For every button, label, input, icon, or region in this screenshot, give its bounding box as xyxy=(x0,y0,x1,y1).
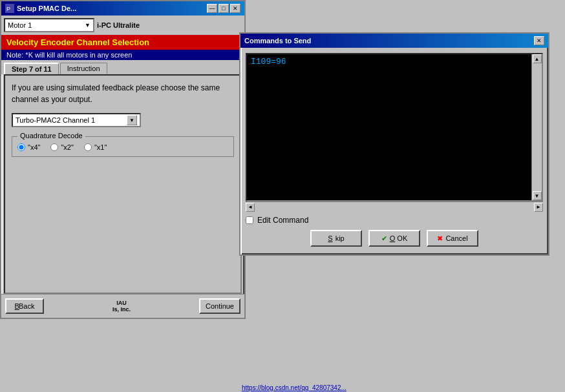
edit-command-row: Edit Command xyxy=(246,212,543,227)
scroll-up-button[interactable]: ▲ xyxy=(533,54,542,63)
tab-step7[interactable]: Step 7 of 11 xyxy=(4,63,59,74)
dialog-content: I109=96 ▲ ▼ ◄ ► xyxy=(240,48,548,254)
cancel-button[interactable]: ✖ Cancel xyxy=(427,230,478,247)
channel-dropdown-wrapper: Turbo-PMAC2 Channel 1 ▼ xyxy=(12,113,234,127)
note-bar: Note: *K will kill all motors in any scr… xyxy=(1,50,244,60)
h-scroll-track xyxy=(255,203,534,212)
title-bar-buttons: — □ ✕ xyxy=(207,4,240,13)
scroll-left-button[interactable]: ◄ xyxy=(246,203,255,212)
iau-logo: IAUIs, Inc. xyxy=(112,300,131,313)
cancel-cross-icon: ✖ xyxy=(437,234,443,243)
channel-dropdown[interactable]: Turbo-PMAC2 Channel 1 ▼ xyxy=(12,113,141,127)
terminal-wrapper: I109=96 ▲ ▼ ◄ ► xyxy=(246,53,543,212)
motor-dropdown-arrow: ▼ xyxy=(85,22,91,28)
scroll-down-button[interactable]: ▼ xyxy=(533,191,542,200)
channel-dropdown-arrow: ▼ xyxy=(127,115,137,125)
status-bar: https://blog.csdn.net/qq_42807342... xyxy=(239,384,549,392)
quadrature-decode-groupbox: Quadrature Decode "x4" "x2" "x1" xyxy=(12,136,234,157)
main-title-bar: P Setup PMAC De... — □ ✕ xyxy=(1,1,244,15)
title-bar-left: P Setup PMAC De... xyxy=(5,4,76,13)
tabs-area: Step 7 of 11 Instruction xyxy=(1,60,244,74)
scroll-track xyxy=(533,63,542,191)
minimize-button[interactable]: — xyxy=(207,4,217,13)
toolbar-area: Motor 1 ▼ i-PC Ultralite xyxy=(1,15,244,35)
velocity-encoder-header: Velocity Encoder Channel Selection xyxy=(1,35,244,50)
dialog-title: Commands to Send xyxy=(244,37,311,45)
close-button[interactable]: ✕ xyxy=(230,4,240,13)
dialog-title-bar: Commands to Send ✕ xyxy=(240,34,548,48)
edit-command-label: Edit Command xyxy=(257,216,308,225)
commands-dialog: Commands to Send ✕ I109=96 ▲ ▼ xyxy=(239,32,549,256)
tab-instruction[interactable]: Instruction xyxy=(60,63,107,74)
skip-button[interactable]: Skip xyxy=(310,230,362,247)
edit-command-checkbox[interactable] xyxy=(246,216,253,224)
radio-row: "x4" "x2" "x1" xyxy=(17,143,228,151)
terminal-scrollbar: ▲ ▼ xyxy=(531,54,542,200)
channel-dropdown-value: Turbo-PMAC2 Channel 1 xyxy=(16,116,95,124)
motor-dropdown[interactable]: Motor 1 ▼ xyxy=(4,18,94,32)
radio-x2[interactable]: "x2" xyxy=(50,143,73,151)
instruction-text: If you are using simulated feedback plea… xyxy=(12,82,234,105)
radio-x4[interactable]: "x4" xyxy=(17,143,40,151)
terminal-text: I109=96 xyxy=(247,54,542,69)
main-window: P Setup PMAC De... — □ ✕ Motor 1 ▼ i-PC … xyxy=(0,0,246,319)
app-icon: P xyxy=(5,4,14,13)
status-url: https://blog.csdn.net/qq_42807342... xyxy=(242,384,346,391)
radio-x1[interactable]: "x1" xyxy=(84,143,107,151)
continue-button[interactable]: Continue xyxy=(199,298,240,314)
toolbar-label: i-PC Ultralite xyxy=(97,21,140,29)
content-area: If you are using simulated feedback plea… xyxy=(4,74,242,294)
back-button[interactable]: BBack xyxy=(5,298,44,314)
ok-checkmark-icon: ✔ xyxy=(381,234,387,243)
svg-text:P: P xyxy=(6,6,10,12)
main-window-title: Setup PMAC De... xyxy=(17,5,76,12)
terminal-area: I109=96 ▲ ▼ xyxy=(246,53,543,201)
dialog-buttons: Skip ✔ OOK ✖ Cancel xyxy=(246,227,543,249)
maximize-button[interactable]: □ xyxy=(219,4,229,13)
bottom-bar: BBack IAUIs, Inc. Continue xyxy=(1,294,244,318)
ok-button[interactable]: ✔ OOK xyxy=(368,230,420,247)
dialog-close-button[interactable]: ✕ xyxy=(534,36,544,45)
horizontal-scrollbar: ◄ ► xyxy=(246,201,543,212)
motor-dropdown-value: Motor 1 xyxy=(8,21,32,29)
quadrature-decode-label: Quadrature Decode xyxy=(17,132,85,139)
scroll-right-button[interactable]: ► xyxy=(534,203,543,212)
